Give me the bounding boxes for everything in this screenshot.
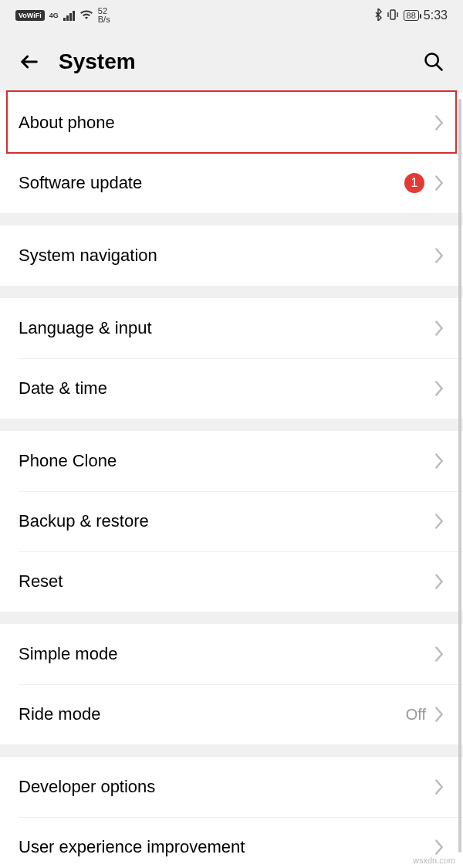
settings-group: Developer options User experience improv… [0, 757, 463, 868]
item-label: Developer options [19, 777, 434, 797]
chevron-right-icon [434, 247, 444, 264]
chevron-right-icon [434, 778, 444, 795]
item-system-navigation[interactable]: System navigation [0, 225, 463, 286]
arrow-left-icon [19, 51, 40, 73]
item-label: Backup & restore [19, 511, 434, 531]
item-ride-mode[interactable]: Ride mode Off [0, 684, 463, 744]
item-reset[interactable]: Reset [0, 551, 463, 612]
chevron-right-icon [434, 573, 444, 590]
speed-indicator: 52 B/s [98, 7, 110, 24]
item-value: Off [406, 706, 426, 724]
item-label: Reset [19, 571, 434, 592]
status-left: VoWiFi 4G 52 B/s [15, 7, 110, 24]
wifi-icon [79, 9, 93, 22]
item-backup-restore[interactable]: Backup & restore [0, 491, 463, 551]
vibrate-icon [387, 9, 399, 22]
chevron-right-icon [434, 380, 444, 397]
search-button[interactable] [420, 48, 448, 76]
settings-group: Language & input Date & time [0, 298, 463, 419]
chevron-right-icon [434, 320, 444, 337]
clock: 5:33 [424, 8, 448, 22]
signal-icon [63, 11, 75, 21]
item-language-input[interactable]: Language & input [0, 298, 463, 358]
settings-group: Simple mode Ride mode Off [0, 624, 463, 744]
status-right: 88 5:33 [374, 8, 448, 23]
item-label: About phone [19, 113, 434, 133]
item-about-phone[interactable]: About phone [0, 93, 463, 153]
item-simple-mode[interactable]: Simple mode [0, 624, 463, 684]
item-label: Phone Clone [19, 451, 434, 471]
chevron-right-icon [434, 114, 444, 131]
header: System [0, 31, 463, 93]
search-icon [423, 51, 444, 73]
item-label: Language & input [19, 318, 434, 338]
item-developer-options[interactable]: Developer options [0, 757, 463, 817]
chevron-right-icon [434, 175, 444, 192]
item-software-update[interactable]: Software update 1 [0, 153, 463, 213]
scrollbar[interactable] [458, 99, 461, 853]
back-button[interactable] [15, 48, 43, 76]
item-user-experience[interactable]: User experience improvement [0, 817, 463, 868]
notification-badge: 1 [404, 173, 424, 193]
settings-group: About phone Software update 1 [0, 93, 463, 213]
watermark: wsxdn.com [413, 856, 455, 865]
status-bar: VoWiFi 4G 52 B/s 88 5:33 [0, 0, 463, 31]
item-label: Software update [19, 173, 404, 193]
item-date-time[interactable]: Date & time [0, 358, 463, 419]
chevron-right-icon [434, 453, 444, 470]
vowifi-indicator: VoWiFi [15, 10, 45, 21]
chevron-right-icon [434, 839, 444, 856]
item-label: Ride mode [19, 704, 406, 724]
bluetooth-icon [374, 8, 382, 23]
network-gen: 4G [49, 12, 59, 19]
settings-group: System navigation [0, 225, 463, 286]
item-label: Date & time [19, 378, 434, 398]
svg-rect-0 [390, 10, 395, 19]
battery-indicator: 88 [404, 10, 419, 21]
item-label: Simple mode [19, 644, 434, 664]
item-label: System navigation [19, 246, 434, 266]
chevron-right-icon [434, 513, 444, 530]
chevron-right-icon [434, 706, 444, 723]
settings-group: Phone Clone Backup & restore Reset [0, 431, 463, 612]
page-title: System [59, 49, 420, 74]
item-phone-clone[interactable]: Phone Clone [0, 431, 463, 491]
item-label: User experience improvement [19, 837, 434, 857]
settings-list: About phone Software update 1 System nav… [0, 93, 463, 868]
chevron-right-icon [434, 646, 444, 663]
